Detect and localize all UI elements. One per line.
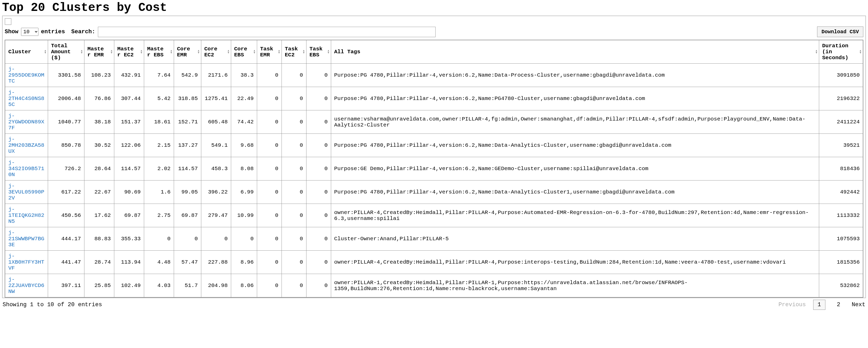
col-master-ebs[interactable]: Master EBS▲▼ [144,40,174,64]
cell-master-ebs: 4.48 [144,251,174,274]
col-task-emr[interactable]: Task EMR▲▼ [257,40,282,64]
cell-master-ec2: 355.33 [114,227,144,251]
cluster-link[interactable]: j-2955DOE9KOMTC [8,66,44,84]
cell-core-ec2: 458.3 [201,157,231,181]
cell-core-ec2: 0 [201,227,231,251]
col-master-emr[interactable]: Master EMR▲▼ [84,40,114,64]
table-row: j-21SWWBPW7BG3E444.1788.83355.330000000C… [5,227,863,251]
col-task-ec2[interactable]: Task EC2▲▼ [282,40,306,64]
cell-core-emr: 542.9 [174,64,201,87]
cell-duration: 818436 [819,157,863,181]
cell-core-ebs: 8.08 [231,157,257,181]
cell-task-ebs: 0 [306,157,331,181]
sort-icon: ▲▼ [44,50,46,54]
cell-master-ebs: 4.03 [144,274,174,297]
table-footer: Showing 1 to 10 of 20 entries Previous 1… [2,298,866,310]
cell-tags: Purpose:PG 4780,Pillar:Pillar-4,version:… [331,181,819,204]
cell-task-ec2: 0 [282,251,306,274]
pager-previous[interactable]: Previous [778,302,806,308]
page-title: Top 20 Clusters by Cost [2,1,866,14]
col-duration[interactable]: Duration (in Seconds)▲▼ [819,40,863,64]
cell-tags: Purpose:PG 4780,Pillar:Pillar-4,version:… [331,87,819,110]
search-input[interactable] [98,27,436,37]
col-cluster[interactable]: Cluster▲▼ [5,40,48,64]
cell-master-ec2: 114.57 [114,157,144,181]
download-csv-button[interactable]: Download CSV [817,27,863,37]
cell-total: 444.17 [48,227,84,251]
cell-task-ec2: 0 [282,181,306,204]
cell-core-ec2: 204.98 [201,274,231,297]
pager-next[interactable]: Next [851,302,865,308]
sort-icon: ▲▼ [328,50,329,54]
table-row: j-2TH4C4S0NS85C2006.4876.86307.445.42318… [5,87,863,110]
cell-master-emr: 17.62 [84,204,114,227]
show-label: Show [5,29,19,35]
col-master-ec2[interactable]: Master EC2▲▼ [114,40,144,64]
cell-core-emr: 137.27 [174,134,201,157]
cell-task-ebs: 0 [306,274,331,297]
cluster-link[interactable]: j-34S2IO9B5710N [8,160,44,178]
table-row: j-2955DOE9KOMTC3301.58108.23432.917.6454… [5,64,863,87]
cell-core-ec2: 1275.41 [201,87,231,110]
cell-task-ec2: 0 [282,87,306,110]
cell-duration: 2196322 [819,87,863,110]
cell-total: 1040.77 [48,110,84,134]
cell-duration: 1075593 [819,227,863,251]
col-all-tags[interactable]: All Tags▲▼ [331,40,819,64]
col-core-emr[interactable]: Core EMR▲▼ [174,40,201,64]
cell-task-emr: 0 [257,181,282,204]
cell-task-ebs: 0 [306,87,331,110]
cell-task-ebs: 0 [306,251,331,274]
pager-page-1[interactable]: 1 [813,300,826,310]
cell-core-emr: 0 [174,227,201,251]
cluster-link[interactable]: j-21SWWBPW7BG3E [8,230,44,248]
table-row: j-2YGWDODN89X7F1040.7738.18151.3718.6115… [5,110,863,134]
pager-page-2[interactable]: 2 [833,300,844,310]
cell-task-ec2: 0 [282,227,306,251]
cell-core-ebs: 10.99 [231,204,257,227]
cluster-link[interactable]: j-2YGWDODN89X7F [8,113,44,131]
cell-core-emr: 152.71 [174,110,201,134]
cell-master-ec2: 113.94 [114,251,144,274]
cell-core-emr: 51.7 [174,274,201,297]
cell-task-ebs: 0 [306,110,331,134]
cluster-link[interactable]: j-1TEIQKG2H82N5 [8,207,44,224]
sort-icon: ▲▼ [227,50,229,54]
cluster-link[interactable]: j-3EVUL05990P2V [8,183,44,201]
cluster-link[interactable]: j-1XB0H7FY3HTVF [8,253,44,271]
cell-master-emr: 38.18 [84,110,114,134]
col-total-amount[interactable]: Total Amount ($)▲▼ [48,40,84,64]
cell-total: 450.56 [48,204,84,227]
cell-master-ec2: 432.91 [114,64,144,87]
cell-master-emr: 25.85 [84,274,114,297]
table-row: j-1TEIQKG2H82N5450.5617.6269.872.7569.87… [5,204,863,227]
cell-total: 397.11 [48,274,84,297]
report-panel: Show 10 25 50 100 entries Search: Downlo… [2,15,866,298]
cell-master-emr: 28.74 [84,251,114,274]
cell-total: 3301.58 [48,64,84,87]
cell-master-ebs: 5.42 [144,87,174,110]
page-size-select[interactable]: 10 25 50 100 [21,28,38,36]
cluster-link[interactable]: j-2MH203BZA58UX [8,136,44,154]
col-task-ebs[interactable]: Task EBS▲▼ [306,40,331,64]
cell-total: 617.22 [48,181,84,204]
cell-task-emr: 0 [257,157,282,181]
clusters-table: Cluster▲▼ Total Amount ($)▲▼ Master EMR▲… [5,40,863,297]
cell-core-emr: 114.57 [174,157,201,181]
cell-core-ebs: 22.49 [231,87,257,110]
cell-task-emr: 0 [257,110,282,134]
cell-master-emr: 28.64 [84,157,114,181]
cell-total: 850.78 [48,134,84,157]
col-core-ebs[interactable]: Core EBS▲▼ [231,40,257,64]
table-row: j-34S2IO9B5710N726.228.64114.572.02114.5… [5,157,863,181]
cell-master-ec2: 122.06 [114,134,144,157]
col-core-ec2[interactable]: Core EC2▲▼ [201,40,231,64]
cell-master-ebs: 0 [144,227,174,251]
cell-core-ec2: 279.47 [201,204,231,227]
cluster-link[interactable]: j-2ZJUAVBYCD6NW [8,277,44,294]
cell-tags: owner:PILLAR-4,CreatedBy:Heimdall,Pillar… [331,204,819,227]
cell-task-emr: 0 [257,251,282,274]
cluster-link[interactable]: j-2TH4C4S0NS85C [8,90,44,107]
cell-core-ec2: 549.1 [201,134,231,157]
cell-core-ebs: 8.96 [231,251,257,274]
